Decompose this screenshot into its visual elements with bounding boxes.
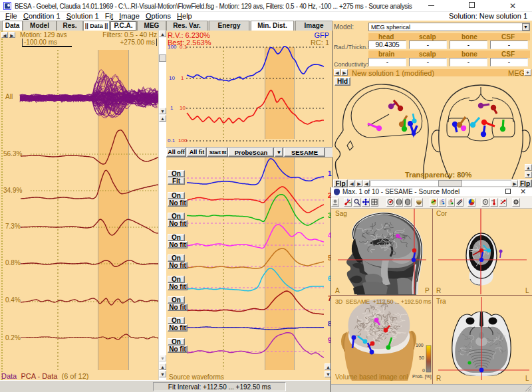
svg-text:S: S <box>450 199 453 203</box>
svg-text:C: C <box>442 199 444 203</box>
